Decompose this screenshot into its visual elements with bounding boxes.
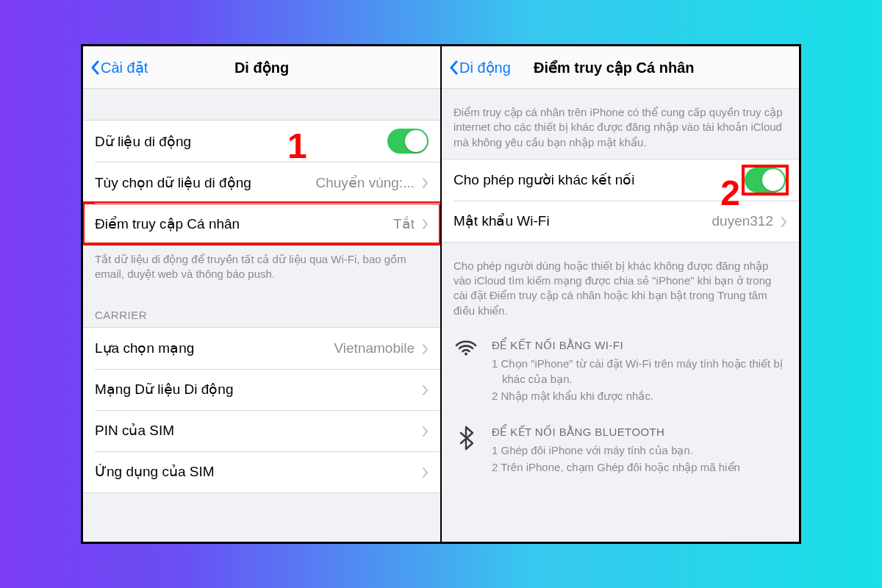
chevron-right-icon (422, 218, 429, 229)
row-label: Điểm truy cập Cá nhân (95, 215, 240, 232)
back-button[interactable]: Cài đặt (90, 59, 148, 76)
back-button[interactable]: Di động (449, 59, 511, 76)
chevron-left-icon (90, 60, 99, 75)
bluetooth-instructions: ĐỂ KẾT NỐI BẰNG BLUETOOTH 1 Ghép đôi iPh… (442, 415, 799, 487)
mobile-data-row[interactable]: Dữ liệu di động (83, 121, 440, 162)
row-value: Tắt (393, 215, 415, 232)
back-label: Di động (459, 59, 511, 76)
chevron-right-icon (422, 466, 429, 478)
callout-1: 1 (287, 126, 307, 166)
callout-2: 2 (720, 173, 740, 213)
carrier-section-label: CARRIER (83, 293, 440, 327)
allow-others-toggle[interactable] (745, 168, 786, 193)
bt-instr-line2: 2 Trên iPhone, chạm Ghép đôi hoặc nhập m… (492, 459, 787, 475)
row-value: Chuyển vùng:... (315, 174, 415, 191)
data-options-row[interactable]: Tùy chọn dữ liệu di động Chuyển vùng:... (83, 162, 440, 203)
navbar: Di động Điểm truy cập Cá nhân (442, 46, 799, 89)
wifi-password-row[interactable]: Mật khẩu Wi-Fi duyen312 (442, 201, 799, 242)
allow-others-toggle-highlight (743, 166, 787, 194)
row-value: duyen312 (712, 213, 773, 229)
personal-hotspot-row[interactable]: Điểm truy cập Cá nhân Tắt (83, 203, 440, 244)
bt-instr-heading: ĐỂ KẾT NỐI BẰNG BLUETOOTH (492, 424, 787, 440)
mobile-settings-panel: Cài đặt Di động Dữ liệu di động Tùy chọn… (83, 46, 440, 542)
wifi-instr-line2: 2 Nhập mật khẩu khi được nhắc. (492, 388, 787, 404)
tutorial-frame: Cài đặt Di động Dữ liệu di động Tùy chọn… (81, 44, 801, 544)
bt-instr-line1: 1 Ghép đôi iPhone với máy tính của bạn. (492, 442, 787, 458)
row-label: Tùy chọn dữ liệu di động (95, 174, 251, 191)
hotspot-header-text: Điểm truy cập cá nhân trên iPhone có thể… (442, 89, 799, 159)
row-label: Mạng Dữ liệu Di động (95, 381, 233, 398)
row-label: Cho phép người khác kết nối (453, 171, 635, 188)
row-label: Mật khẩu Wi-Fi (453, 212, 550, 229)
row-label: PIN của SIM (95, 422, 174, 439)
mobile-data-network-row[interactable]: Mạng Dữ liệu Di động (83, 369, 440, 410)
wifi-instr-heading: ĐỂ KẾT NỐI BẰNG WI-FI (492, 337, 787, 353)
chevron-right-icon (422, 343, 429, 354)
chevron-left-icon (449, 60, 458, 75)
chevron-right-icon (422, 176, 429, 188)
navbar: Cài đặt Di động (83, 46, 440, 89)
sim-apps-row[interactable]: Ứng dụng của SIM (83, 451, 440, 492)
row-value: Vietnamobile (334, 340, 415, 356)
row-label: Ứng dụng của SIM (95, 463, 215, 480)
hotspot-group: Cho phép người khác kết nối Mật khẩu Wi-… (442, 159, 799, 243)
chevron-right-icon (422, 384, 429, 395)
chevron-right-icon (781, 215, 787, 227)
back-label: Cài đặt (101, 59, 148, 76)
allow-others-row[interactable]: Cho phép người khác kết nối (442, 159, 799, 201)
mobile-data-footer: Tắt dữ liệu di động để truyền tất cả dữ … (83, 245, 440, 293)
mobile-data-group: Dữ liệu di động Tùy chọn dữ liệu di động… (83, 120, 440, 245)
personal-hotspot-panel: Di động Điểm truy cập Cá nhân Điểm truy … (440, 46, 799, 542)
hotspot-footer-text: Cho phép người dùng hoặc thiết bị khác k… (442, 243, 799, 329)
row-label: Dữ liệu di động (95, 133, 191, 150)
svg-point-0 (465, 352, 467, 355)
chevron-right-icon (422, 425, 429, 437)
wifi-instr-line1: 1 Chọn "iPhone" từ cài đặt Wi-Fi trên má… (492, 356, 787, 387)
bluetooth-icon (453, 424, 478, 476)
sim-pin-row[interactable]: PIN của SIM (83, 410, 440, 451)
mobile-data-toggle[interactable] (387, 129, 429, 154)
wifi-instructions: ĐỂ KẾT NỐI BẰNG WI-FI 1 Chọn "iPhone" từ… (442, 329, 799, 415)
row-label: Lựa chọn mạng (95, 340, 194, 356)
network-selection-row[interactable]: Lựa chọn mạng Vietnamobile (83, 328, 440, 369)
carrier-group: Lựa chọn mạng Vietnamobile Mạng Dữ liệu … (83, 327, 440, 493)
wifi-icon (453, 337, 478, 405)
